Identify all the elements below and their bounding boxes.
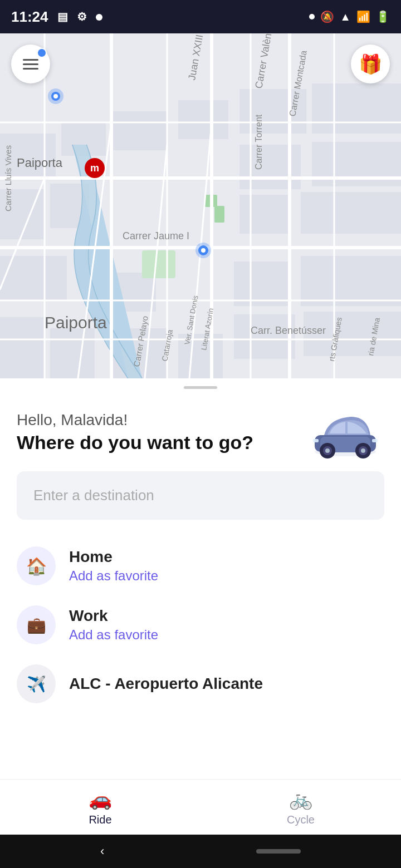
home-location-item[interactable]: 🏠 Home Add as favorite [17, 536, 384, 595]
dot-icon2 [309, 14, 315, 19]
svg-rect-15 [234, 262, 290, 306]
cycle-icon: 🚲 [289, 788, 312, 810]
nav-ride[interactable]: 🚗 Ride [0, 782, 200, 832]
greeting-question: Where do you want to go? [17, 431, 253, 454]
home-icon: 🏠 [26, 556, 47, 576]
cycle-label: Cycle [287, 813, 315, 826]
settings-icon: ⚙ [77, 10, 87, 23]
status-left: 11:24 ▤ ⚙ [11, 8, 102, 26]
svg-point-64 [201, 248, 206, 253]
svg-text:Carrer Torrent: Carrer Torrent [254, 114, 263, 170]
svg-point-72 [325, 448, 330, 453]
svg-rect-16 [301, 256, 401, 306]
svg-point-61 [53, 94, 58, 98]
svg-rect-4 [178, 100, 228, 139]
home-pill[interactable] [256, 849, 301, 854]
location-list: 🏠 Home Add as favorite 💼 Work Add as fav… [17, 536, 384, 713]
dot-icon [96, 14, 102, 21]
svg-rect-23 [142, 250, 175, 278]
work-add-favorite[interactable]: Add as favorite [69, 627, 158, 643]
wifi-icon: ▲ [340, 11, 351, 23]
work-icon: 💼 [27, 616, 46, 634]
bell-mute-icon: 🔕 [320, 10, 334, 23]
home-location-info: Home Add as favorite [69, 548, 158, 584]
destination-search[interactable]: Enter a destination [17, 471, 384, 520]
car-illustration [306, 405, 384, 460]
svg-rect-11 [239, 195, 290, 234]
work-location-info: Work Add as favorite [69, 607, 158, 643]
svg-text:Paiporta: Paiporta [45, 313, 107, 332]
system-nav: ‹ [0, 835, 401, 868]
gift-icon: 🎁 [359, 53, 382, 75]
svg-rect-9 [239, 145, 301, 189]
airport-icon: ✈️ [27, 675, 46, 693]
svg-text:Carr. Benetússer: Carr. Benetússer [251, 325, 326, 336]
work-icon-wrap: 💼 [17, 605, 56, 644]
work-location-item[interactable]: 💼 Work Add as favorite [17, 595, 384, 654]
home-add-favorite[interactable]: Add as favorite [69, 568, 158, 584]
svg-text:Carrer Jaume I: Carrer Jaume I [123, 230, 189, 241]
svg-rect-20 [50, 328, 95, 378]
svg-text:Carrer Lluís Vives: Carrer Lluís Vives [3, 145, 13, 211]
status-time: 11:24 [11, 8, 48, 26]
back-button[interactable]: ‹ [100, 844, 104, 859]
airport-location-name: ALC - Aeropuerto Alicante [69, 675, 263, 693]
greeting-hello: Hello, Malavida! [17, 411, 253, 429]
work-location-name: Work [69, 607, 158, 625]
svg-rect-12 [301, 192, 401, 234]
home-location-name: Home [69, 548, 158, 566]
svg-text:m: m [90, 162, 99, 174]
svg-rect-6 [312, 83, 401, 134]
hamburger-icon [23, 59, 38, 70]
svg-rect-3 [111, 111, 167, 150]
svg-rect-19 [0, 317, 45, 378]
airport-location-item[interactable]: ✈️ ALC - Aeropuerto Alicante [17, 654, 384, 713]
ride-label: Ride [89, 813, 111, 826]
airport-icon-wrap: ✈️ [17, 664, 56, 703]
status-right: 🔕 ▲ 📶 🔋 [309, 10, 390, 23]
rewards-button[interactable]: 🎁 [351, 45, 390, 83]
airport-location-info: ALC - Aeropuerto Alicante [69, 675, 263, 693]
nav-cycle[interactable]: 🚲 Cycle [200, 782, 401, 832]
svg-rect-17 [234, 314, 295, 359]
svg-rect-24 [214, 206, 224, 223]
greeting-section: Hello, Malavida! Where do you want to go… [17, 389, 384, 471]
svg-rect-77 [372, 439, 378, 442]
map-area[interactable]: Juan XXIII Carrer València Carrer Montca… [0, 33, 401, 378]
bottom-nav: 🚗 Ride 🚲 Cycle [0, 779, 401, 835]
status-bar: 11:24 ▤ ⚙ 🔕 ▲ 📶 🔋 [0, 0, 401, 33]
home-icon-wrap: 🏠 [17, 546, 56, 585]
bottom-sheet: Hello, Malavida! Where do you want to go… [0, 389, 401, 813]
search-placeholder: Enter a destination [33, 487, 154, 504]
menu-button[interactable] [11, 45, 50, 83]
message-icon: ▤ [57, 10, 68, 23]
greeting-text: Hello, Malavida! Where do you want to go… [17, 411, 253, 454]
signal-icon: 📶 [356, 10, 370, 23]
svg-rect-76 [313, 439, 319, 442]
svg-text:Paiporta: Paiporta [17, 156, 63, 170]
ride-icon: 🚗 [89, 788, 112, 810]
svg-point-75 [361, 448, 365, 453]
notification-dot [37, 48, 47, 58]
battery-icon: 🔋 [376, 10, 390, 23]
